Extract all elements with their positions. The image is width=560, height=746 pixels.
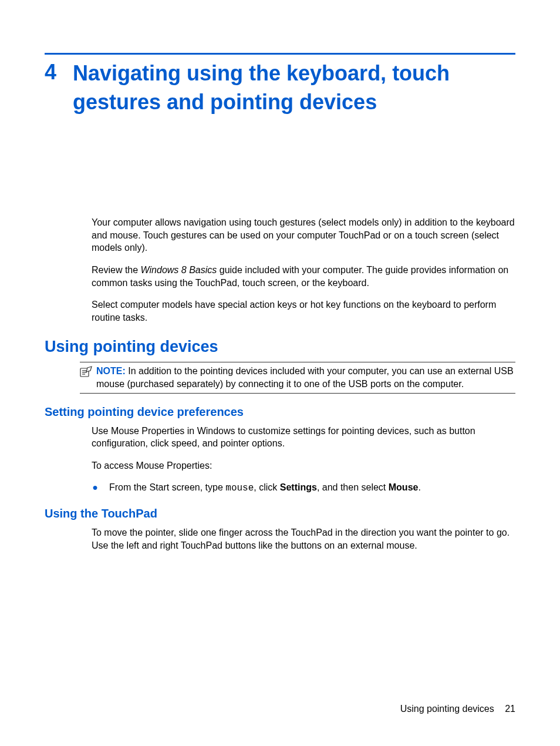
chapter-heading: 4 Navigating using the keyboard, touch g… (45, 59, 515, 116)
bold-settings: Settings (280, 482, 317, 492)
note-icon (80, 365, 93, 390)
intro-paragraph-2: Review the Windows 8 Basics guide includ… (92, 264, 515, 289)
document-page: 4 Navigating using the keyboard, touch g… (0, 0, 560, 596)
page-footer: Using pointing devices 21 (400, 704, 515, 714)
note-callout: NOTE: In addition to the pointing device… (80, 362, 515, 393)
intro-paragraph-3: Select computer models have special acti… (92, 298, 515, 324)
chapter-number: 4 (45, 59, 56, 85)
emphasis-guide-name: Windows 8 Basics (141, 265, 217, 275)
top-rule (45, 53, 515, 55)
text: . (418, 482, 420, 492)
text: , click (254, 482, 279, 492)
bullet-text: From the Start screen, type mouse, click… (109, 481, 421, 495)
intro-paragraph-1: Your computer allows navigation using to… (92, 216, 515, 254)
section-heading-pointing-devices: Using pointing devices (45, 338, 515, 356)
text: , and then select (317, 482, 389, 492)
note-content: NOTE: In addition to the pointing device… (96, 365, 515, 390)
text: From the Start screen, type (109, 482, 225, 492)
bullet-item: ● From the Start screen, type mouse, cli… (92, 481, 515, 495)
bullet-icon: ● (92, 481, 99, 495)
preferences-paragraph-2: To access Mouse Properties: (92, 459, 515, 472)
footer-section-name: Using pointing devices (400, 704, 494, 714)
note-text: In addition to the pointing devices incl… (96, 366, 514, 389)
subsection-heading-preferences: Setting pointing device preferences (45, 405, 515, 419)
touchpad-paragraph-1: To move the pointer, slide one finger ac… (92, 526, 515, 552)
text: Review the (92, 265, 141, 275)
note-label: NOTE: (96, 366, 126, 376)
mono-text: mouse (225, 483, 254, 493)
bold-mouse: Mouse (389, 482, 419, 492)
footer-page-number: 21 (505, 704, 515, 714)
chapter-title: Navigating using the keyboard, touch ges… (73, 59, 515, 116)
subsection-heading-touchpad: Using the TouchPad (45, 507, 515, 520)
preferences-paragraph-1: Use Mouse Properties in Windows to custo… (92, 425, 515, 450)
